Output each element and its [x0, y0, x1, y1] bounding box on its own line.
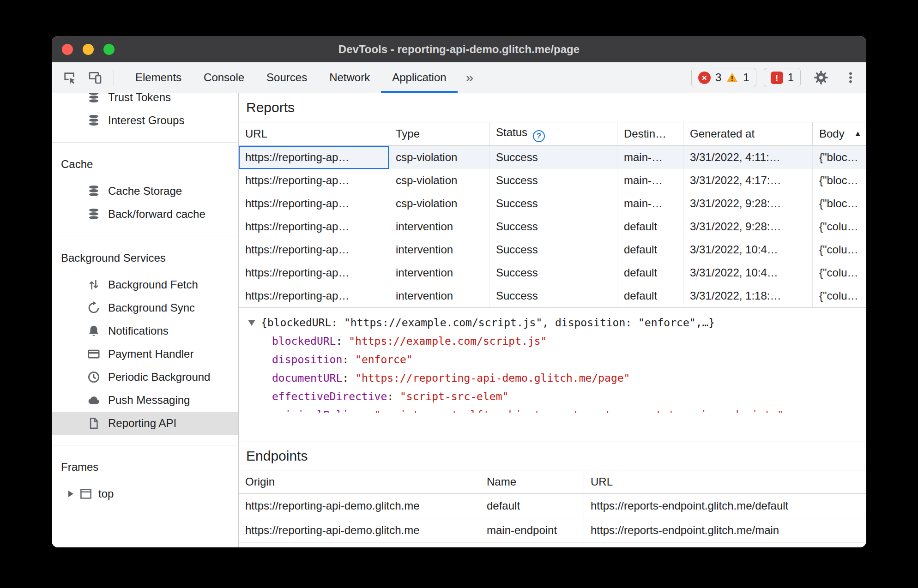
column-header-type[interactable]: Type	[389, 122, 489, 146]
panel-tabs: Elements Console Sources Network Applica…	[124, 62, 482, 93]
reporting-api-panel: Reports URL Type Status? Desti	[239, 93, 866, 547]
report-cell-body: {"colu…	[813, 284, 866, 307]
tab-console[interactable]: Console	[193, 62, 255, 93]
inspect-cursor-icon	[62, 70, 77, 85]
report-row[interactable]: https://reporting-ap… intervention Succe…	[239, 238, 866, 261]
report-cell-type: intervention	[389, 284, 489, 307]
report-row[interactable]: https://reporting-ap… intervention Succe…	[239, 261, 866, 284]
issues-count: 1	[788, 71, 794, 84]
report-row[interactable]: https://reporting-ap… csp-violation Succ…	[239, 146, 866, 169]
sidebar-separator	[52, 142, 238, 143]
report-cell-url: https://reporting-ap…	[239, 169, 389, 192]
preview-property: blockedURL: "https://example.com/script.…	[272, 332, 866, 350]
report-row[interactable]: https://reporting-ap… csp-violation Succ…	[239, 192, 866, 215]
report-cell-destination: main-…	[617, 169, 683, 192]
reports-table: URL Type Status? Destin… Generated at Bo…	[239, 122, 866, 307]
endpoint-row: https://reporting-api-demo.glitch.me mai…	[239, 518, 866, 543]
issues-badge[interactable]: ! 1	[764, 68, 801, 87]
report-cell-body: {"bloc…	[813, 146, 866, 169]
sidebar-item-reporting-api[interactable]: Reporting API	[52, 412, 238, 435]
database-icon	[87, 207, 101, 221]
sidebar-item-periodic-background-sync[interactable]: Periodic Background	[52, 366, 238, 389]
sidebar-scroll-area: Trust Tokens Interest Groups Cache	[52, 93, 238, 505]
column-header-url[interactable]: URL	[239, 122, 389, 146]
endpoint-cell-name: default	[480, 494, 584, 518]
sidebar-item-back-forward-cache[interactable]: Back/forward cache	[52, 203, 238, 226]
tab-network[interactable]: Network	[318, 62, 381, 93]
screenshot-background: DevTools - reporting-api-demo.glitch.me/…	[0, 0, 918, 588]
frame-icon	[79, 487, 93, 501]
sidebar-item-push-messaging[interactable]: Push Messaging	[52, 389, 238, 412]
report-cell-type: csp-violation	[389, 146, 489, 169]
report-cell-body: {"colu…	[813, 215, 866, 238]
sidebar-section-cache: Cache	[52, 153, 238, 176]
tab-sources[interactable]: Sources	[255, 62, 318, 93]
sidebar-item-label: Interest Groups	[108, 114, 184, 127]
report-cell-destination: default	[617, 215, 683, 238]
column-header-origin[interactable]: Origin	[239, 470, 480, 494]
sidebar-item-background-fetch[interactable]: Background Fetch	[52, 273, 238, 296]
document-icon	[87, 416, 101, 430]
minimize-window-button[interactable]	[83, 44, 94, 55]
sidebar-item-payment-handler[interactable]: Payment Handler	[52, 342, 238, 366]
collapse-triangle-icon[interactable]	[248, 320, 255, 326]
column-header-body-label: Body	[819, 127, 845, 140]
sidebar-item-label: Reporting API	[108, 417, 176, 430]
traffic-lights	[52, 44, 115, 55]
inspect-element-button[interactable]	[56, 62, 82, 93]
more-tabs-button[interactable]: »	[458, 62, 482, 93]
sidebar-item-notifications[interactable]: Notifications	[52, 319, 238, 342]
preview-property: documentURL: "https://reporting-api-demo…	[272, 369, 866, 387]
sidebar-item-trust-tokens[interactable]: Trust Tokens	[52, 93, 238, 109]
column-header-destination[interactable]: Destin…	[617, 122, 683, 146]
column-header-endpoint-url[interactable]: URL	[584, 470, 866, 494]
expand-arrow-icon[interactable]	[68, 491, 73, 497]
window-title: DevTools - reporting-api-demo.glitch.me/…	[52, 43, 866, 56]
sidebar-item-top-frame[interactable]: top	[52, 482, 238, 505]
sidebar-separator	[52, 236, 238, 236]
close-window-button[interactable]	[62, 44, 73, 55]
tab-elements[interactable]: Elements	[124, 62, 193, 93]
report-cell-type: intervention	[389, 215, 489, 238]
column-header-body[interactable]: Body▲	[813, 122, 866, 146]
report-cell-body: {"bloc…	[813, 192, 866, 215]
zoom-window-button[interactable]	[103, 44, 115, 55]
sidebar-separator	[52, 445, 238, 445]
report-cell-url: https://reporting-ap…	[239, 238, 389, 261]
more-options-button[interactable]	[841, 71, 860, 84]
warning-icon	[726, 72, 738, 84]
sidebar-item-cache-storage[interactable]: Cache Storage	[52, 180, 238, 203]
column-header-generated-at[interactable]: Generated at	[683, 122, 813, 146]
report-cell-body: {"colu…	[813, 238, 866, 261]
column-header-name[interactable]: Name	[480, 470, 584, 494]
report-cell-status: Success	[489, 261, 617, 284]
report-row[interactable]: https://reporting-ap… csp-violation Succ…	[239, 169, 866, 192]
console-summary-badge[interactable]: × 3 1	[691, 68, 756, 87]
sidebar-item-label: Push Messaging	[108, 394, 190, 407]
warning-count: 1	[743, 71, 749, 84]
endpoint-cell-name: main-endpoint	[480, 518, 584, 543]
report-cell-status: Success	[489, 169, 617, 192]
error-icon: ×	[698, 72, 711, 84]
report-cell-type: intervention	[389, 261, 489, 284]
device-toolbar-button[interactable]	[82, 62, 108, 93]
settings-button[interactable]	[808, 70, 834, 85]
sidebar-item-interest-groups[interactable]: Interest Groups	[52, 109, 238, 132]
report-cell-destination: main-…	[617, 192, 683, 215]
reports-section-title: Reports	[239, 93, 866, 122]
report-row[interactable]: https://reporting-ap… intervention Succe…	[239, 215, 866, 238]
sidebar-item-label: Background Sync	[108, 301, 195, 314]
devtools-window: DevTools - reporting-api-demo.glitch.me/…	[52, 36, 866, 547]
status-help-icon[interactable]: ?	[533, 130, 545, 142]
report-row[interactable]: https://reporting-ap… intervention Succe…	[239, 284, 866, 307]
database-icon	[87, 184, 101, 198]
cloud-icon	[87, 393, 101, 407]
tab-application[interactable]: Application	[381, 62, 457, 93]
toolbar-right-group: × 3 1 ! 1	[691, 62, 860, 93]
sidebar-item-background-sync[interactable]: Background Sync	[52, 296, 238, 319]
preview-property: effectiveDirective: "script-src-elem"	[272, 387, 866, 406]
report-cell-url: https://reporting-ap…	[239, 215, 389, 238]
database-icon	[87, 93, 101, 104]
column-header-status[interactable]: Status?	[489, 122, 617, 146]
endpoint-row: https://reporting-api-demo.glitch.me def…	[239, 494, 866, 518]
